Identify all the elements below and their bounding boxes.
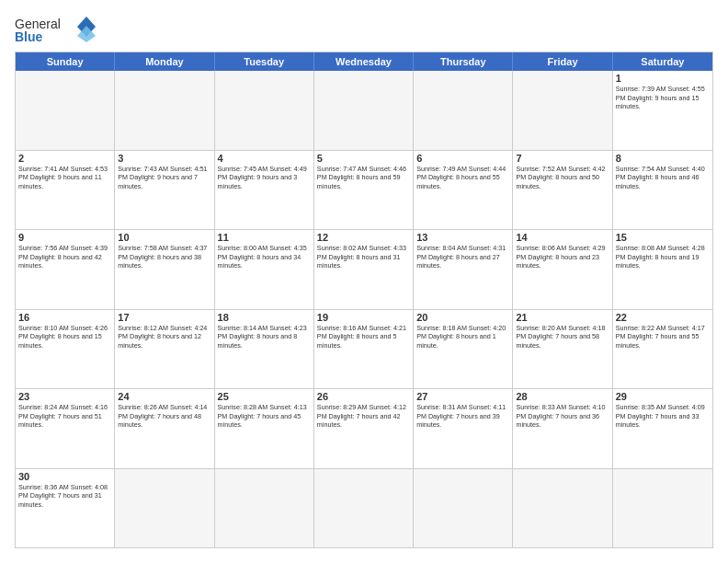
day-content: Sunrise: 8:35 AM Sunset: 4:09 PM Dayligh… <box>616 403 710 430</box>
day-content: Sunrise: 7:39 AM Sunset: 4:55 PM Dayligh… <box>616 85 710 111</box>
svg-text:Blue: Blue <box>15 29 43 44</box>
calendar-cell <box>115 469 214 548</box>
day-content: Sunrise: 7:41 AM Sunset: 4:53 PM Dayligh… <box>18 165 111 191</box>
day-content: Sunrise: 8:04 AM Sunset: 4:31 PM Dayligh… <box>416 244 509 270</box>
calendar-cell: 18Sunrise: 8:14 AM Sunset: 4:23 PM Dayli… <box>215 310 314 389</box>
day-content: Sunrise: 8:10 AM Sunset: 4:26 PM Dayligh… <box>18 324 111 350</box>
day-content: Sunrise: 7:58 AM Sunset: 4:37 PM Dayligh… <box>118 244 210 270</box>
day-number: 12 <box>317 232 410 243</box>
calendar-cell: 3Sunrise: 7:43 AM Sunset: 4:51 PM Daylig… <box>115 151 214 230</box>
calendar-cell: 11Sunrise: 8:00 AM Sunset: 4:35 PM Dayli… <box>215 230 314 309</box>
day-number: 27 <box>416 391 509 402</box>
calendar-cell <box>414 71 513 150</box>
day-number: 16 <box>18 312 111 323</box>
calendar-cell: 19Sunrise: 8:16 AM Sunset: 4:21 PM Dayli… <box>314 310 414 389</box>
calendar-cell: 27Sunrise: 8:31 AM Sunset: 4:11 PM Dayli… <box>414 389 513 468</box>
calendar: SundayMondayTuesdayWednesdayThursdayFrid… <box>15 52 713 548</box>
header-day-sunday: Sunday <box>16 52 115 71</box>
day-number: 3 <box>118 153 210 164</box>
day-content: Sunrise: 7:45 AM Sunset: 4:49 PM Dayligh… <box>218 165 311 191</box>
day-content: Sunrise: 7:47 AM Sunset: 4:46 PM Dayligh… <box>317 165 410 191</box>
calendar-row-2: 9Sunrise: 7:56 AM Sunset: 4:39 PM Daylig… <box>16 229 712 309</box>
logo: General Blue <box>15 15 97 44</box>
header-day-saturday: Saturday <box>613 52 712 71</box>
calendar-cell <box>314 71 414 150</box>
day-number: 26 <box>317 391 410 402</box>
day-number: 5 <box>317 153 410 164</box>
calendar-cell: 6Sunrise: 7:49 AM Sunset: 4:44 PM Daylig… <box>414 151 513 230</box>
day-content: Sunrise: 8:08 AM Sunset: 4:28 PM Dayligh… <box>616 244 710 270</box>
calendar-cell: 24Sunrise: 8:26 AM Sunset: 4:14 PM Dayli… <box>115 389 214 468</box>
day-number: 15 <box>616 232 710 243</box>
day-number: 24 <box>118 391 210 402</box>
calendar-cell: 26Sunrise: 8:29 AM Sunset: 4:12 PM Dayli… <box>314 389 414 468</box>
calendar-cell: 23Sunrise: 8:24 AM Sunset: 4:16 PM Dayli… <box>16 389 115 468</box>
calendar-cell <box>513 469 612 548</box>
day-number: 30 <box>18 471 111 482</box>
day-content: Sunrise: 8:14 AM Sunset: 4:23 PM Dayligh… <box>218 324 311 350</box>
day-number: 2 <box>18 153 111 164</box>
calendar-row-4: 23Sunrise: 8:24 AM Sunset: 4:16 PM Dayli… <box>16 388 712 468</box>
page: General Blue SundayMondayTuesdayWednesda… <box>0 0 728 563</box>
day-number: 29 <box>616 391 710 402</box>
calendar-row-5: 30Sunrise: 8:36 AM Sunset: 4:08 PM Dayli… <box>16 468 712 548</box>
calendar-cell <box>414 469 513 548</box>
day-number: 14 <box>516 232 609 243</box>
day-number: 21 <box>516 312 609 323</box>
day-content: Sunrise: 8:12 AM Sunset: 4:24 PM Dayligh… <box>118 324 210 350</box>
calendar-cell: 13Sunrise: 8:04 AM Sunset: 4:31 PM Dayli… <box>414 230 513 309</box>
calendar-cell <box>215 469 314 548</box>
day-content: Sunrise: 7:49 AM Sunset: 4:44 PM Dayligh… <box>416 165 509 191</box>
calendar-cell: 5Sunrise: 7:47 AM Sunset: 4:46 PM Daylig… <box>314 151 414 230</box>
day-content: Sunrise: 8:22 AM Sunset: 4:17 PM Dayligh… <box>616 324 710 350</box>
day-number: 20 <box>416 312 509 323</box>
calendar-cell: 30Sunrise: 8:36 AM Sunset: 4:08 PM Dayli… <box>16 469 115 548</box>
calendar-cell: 16Sunrise: 8:10 AM Sunset: 4:26 PM Dayli… <box>16 310 115 389</box>
day-content: Sunrise: 8:31 AM Sunset: 4:11 PM Dayligh… <box>416 403 509 430</box>
calendar-cell: 20Sunrise: 8:18 AM Sunset: 4:20 PM Dayli… <box>414 310 513 389</box>
day-content: Sunrise: 8:28 AM Sunset: 4:13 PM Dayligh… <box>218 403 311 430</box>
calendar-cell: 10Sunrise: 7:58 AM Sunset: 4:37 PM Dayli… <box>115 230 214 309</box>
day-number: 23 <box>18 391 111 402</box>
calendar-cell <box>513 71 612 150</box>
calendar-cell: 15Sunrise: 8:08 AM Sunset: 4:28 PM Dayli… <box>613 230 712 309</box>
day-content: Sunrise: 8:16 AM Sunset: 4:21 PM Dayligh… <box>317 324 410 350</box>
calendar-cell: 2Sunrise: 7:41 AM Sunset: 4:53 PM Daylig… <box>16 151 115 230</box>
day-number: 28 <box>516 391 609 402</box>
header-day-wednesday: Wednesday <box>314 52 414 71</box>
header-day-tuesday: Tuesday <box>215 52 314 71</box>
day-content: Sunrise: 8:33 AM Sunset: 4:10 PM Dayligh… <box>516 403 609 430</box>
calendar-cell: 25Sunrise: 8:28 AM Sunset: 4:13 PM Dayli… <box>215 389 314 468</box>
day-number: 17 <box>118 312 210 323</box>
day-content: Sunrise: 8:02 AM Sunset: 4:33 PM Dayligh… <box>317 244 410 270</box>
day-number: 25 <box>218 391 311 402</box>
day-number: 1 <box>616 73 710 84</box>
header-day-monday: Monday <box>115 52 214 71</box>
calendar-cell: 17Sunrise: 8:12 AM Sunset: 4:24 PM Dayli… <box>115 310 214 389</box>
day-content: Sunrise: 7:43 AM Sunset: 4:51 PM Dayligh… <box>118 165 210 191</box>
logo-svg: General Blue <box>15 15 97 44</box>
header-day-friday: Friday <box>513 52 612 71</box>
day-number: 10 <box>118 232 210 243</box>
day-number: 18 <box>218 312 311 323</box>
calendar-cell: 12Sunrise: 8:02 AM Sunset: 4:33 PM Dayli… <box>314 230 414 309</box>
day-content: Sunrise: 7:54 AM Sunset: 4:40 PM Dayligh… <box>616 165 710 191</box>
header-day-thursday: Thursday <box>414 52 513 71</box>
calendar-cell: 28Sunrise: 8:33 AM Sunset: 4:10 PM Dayli… <box>513 389 612 468</box>
calendar-cell <box>215 71 314 150</box>
calendar-cell: 14Sunrise: 8:06 AM Sunset: 4:29 PM Dayli… <box>513 230 612 309</box>
calendar-cell: 29Sunrise: 8:35 AM Sunset: 4:09 PM Dayli… <box>613 389 712 468</box>
day-content: Sunrise: 8:36 AM Sunset: 4:08 PM Dayligh… <box>18 483 111 510</box>
day-content: Sunrise: 7:56 AM Sunset: 4:39 PM Dayligh… <box>18 244 111 270</box>
calendar-cell: 9Sunrise: 7:56 AM Sunset: 4:39 PM Daylig… <box>16 230 115 309</box>
day-number: 8 <box>616 153 710 164</box>
day-content: Sunrise: 8:26 AM Sunset: 4:14 PM Dayligh… <box>118 403 210 430</box>
calendar-row-0: 1Sunrise: 7:39 AM Sunset: 4:55 PM Daylig… <box>16 71 712 150</box>
day-number: 11 <box>218 232 311 243</box>
calendar-cell: 4Sunrise: 7:45 AM Sunset: 4:49 PM Daylig… <box>215 151 314 230</box>
calendar-cell <box>16 71 115 150</box>
day-content: Sunrise: 8:29 AM Sunset: 4:12 PM Dayligh… <box>317 403 410 430</box>
day-content: Sunrise: 8:24 AM Sunset: 4:16 PM Dayligh… <box>18 403 111 430</box>
day-content: Sunrise: 8:00 AM Sunset: 4:35 PM Dayligh… <box>218 244 311 270</box>
calendar-cell: 22Sunrise: 8:22 AM Sunset: 4:17 PM Dayli… <box>613 310 712 389</box>
